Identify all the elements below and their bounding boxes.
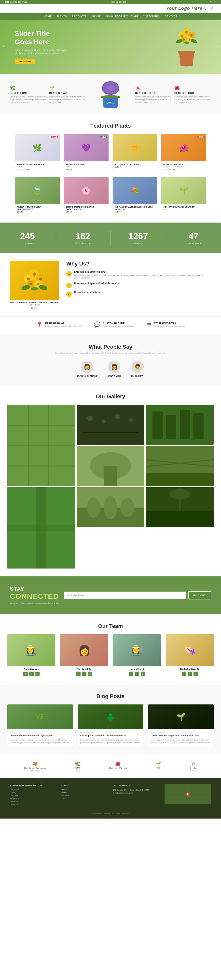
- svg-point-23: [37, 283, 39, 285]
- footer-link-team[interactable]: Our Team: [10, 794, 56, 797]
- partner-5-icon: ✿: [190, 761, 197, 767]
- hero-prev-arrow[interactable]: ‹: [2, 45, 4, 49]
- team-gp-3[interactable]: g+: [141, 671, 145, 676]
- team-fb-4[interactable]: f: [182, 671, 186, 676]
- product-card-5: 🍃 ABELIA X GRANDIFLORA 'KALEIDOSCOPE' $1…: [15, 177, 60, 215]
- team-name-2: Nicole Willis: [60, 668, 108, 671]
- testimonials-section: What People Say Lorem ipsum dolor sit am…: [0, 335, 221, 386]
- benefit-four: 🌺 BENEFIT FOUR Lorem ipsum dolor sit ame…: [175, 85, 211, 104]
- team-member-2: 👩 Nicole Willis f t g+: [60, 634, 108, 676]
- team-tw-4[interactable]: t: [187, 671, 192, 676]
- footer-link-products[interactable]: Products: [61, 794, 108, 797]
- product-subname-4: WHEELS OF WONDER ICE: [163, 166, 204, 168]
- newsletter-stay: STAY: [10, 586, 59, 592]
- footer-link-about2[interactable]: About: [61, 797, 108, 800]
- stat-number-3: 1267: [111, 231, 166, 242]
- why-title-3: Donec eleifend felis ac.: [74, 291, 101, 294]
- team-tw-2[interactable]: t: [82, 671, 86, 676]
- blog-img-2: 🌲: [78, 705, 143, 729]
- svg-rect-42: [180, 410, 190, 439]
- gallery-item-1: [7, 405, 75, 486]
- team-social-2: f t g+: [60, 671, 108, 676]
- blog-post-title-2: Lorem ipsum commodo vel in nam molestie.: [80, 734, 141, 737]
- blog-date-3: August 17, 2020: [151, 732, 211, 733]
- footer-link-plants[interactable]: Our Plants: [10, 789, 56, 791]
- team-gp-2[interactable]: g+: [88, 671, 92, 676]
- blog-post-title-3: Lorem dolor sit, sagittis vel dapibus vi…: [151, 734, 211, 737]
- why-us-dots: [10, 307, 59, 309]
- gallery-img-2: [77, 405, 144, 445]
- footer-link-home[interactable]: Home: [61, 789, 108, 791]
- gallery-item-2: [77, 405, 144, 445]
- why-us-content: Why Us? ★ Lorem ipsum dolor sit amet. Lo…: [66, 261, 211, 300]
- product-new-price-7: $14.97: [115, 211, 120, 213]
- team-fb-3[interactable]: f: [129, 671, 133, 676]
- product-price-3: $14.97: [115, 166, 155, 168]
- svg-point-8: [183, 38, 185, 40]
- stat-label-3: Plants: [111, 242, 166, 245]
- nav-customers[interactable]: CUSTOMERS: [143, 15, 160, 18]
- dot-3[interactable]: [36, 307, 38, 309]
- product-name-6: CISTUS CANADENSE 'GRASS SWEETHEARTS': [66, 206, 107, 210]
- team-fb-2[interactable]: f: [76, 671, 80, 676]
- product-badge-4: SALE: [197, 136, 205, 138]
- stat-1: 245 Delight!: [0, 231, 55, 245]
- cart-icon[interactable]: 🛒: [210, 6, 214, 11]
- search-icon[interactable]: 🔍: [202, 6, 207, 11]
- stat-4: 47 Top Plants: [166, 231, 221, 245]
- team-gp-4[interactable]: g+: [194, 671, 198, 676]
- hero-next-arrow[interactable]: ›: [217, 45, 219, 49]
- why-item-3: ✓ Donec eleifend felis ac.: [66, 291, 211, 297]
- nav-plants[interactable]: PLANTS: [56, 15, 67, 18]
- partner-1-sub: Hydrangea: [24, 770, 46, 772]
- blog-date-1: August 4, 2020: [10, 732, 70, 733]
- product-price-6: $14.49: [66, 211, 107, 213]
- svg-rect-53: [7, 525, 75, 531]
- hero-plant-image: [167, 27, 206, 67]
- partner-3: 🌺 Garden Debut: [109, 761, 127, 772]
- featured-section: Featured Plants 🌿 SALE AGAPANTHUS HEADBO…: [0, 123, 221, 223]
- stat-number-1: 245: [0, 231, 55, 242]
- newsletter-email-input[interactable]: [64, 592, 186, 599]
- stat-label-2: Trendsetters: [55, 242, 110, 245]
- footer-link-gallery[interactable]: Gallery: [10, 792, 56, 794]
- partner-3-icon: 🌺: [109, 761, 127, 767]
- why-text-2: Praesent volutpat nisi vel nulla volutpa…: [74, 282, 121, 285]
- product-card-7: 💐 HYDRANGEA MACROPHYLLA ENDLESS SMOOTHIE…: [112, 177, 158, 215]
- nav-knowledge[interactable]: KNOWLEDGE EXCHANGE: [105, 15, 138, 18]
- footer-link-plants2[interactable]: Plants: [61, 792, 108, 794]
- hydrangea-pot: EndlessSummer®: [103, 98, 118, 108]
- team-fb-1[interactable]: f: [23, 671, 28, 676]
- svg-rect-60: [146, 511, 214, 527]
- pot-label: EndlessSummer®: [107, 102, 114, 105]
- nav-about[interactable]: ABOUT: [91, 15, 101, 18]
- feature-favorites: ❤ STAFF FAVORITES Fusce posuere magna se…: [147, 321, 185, 328]
- testimonial-name-1: JOANNA SURNAME: [77, 375, 98, 377]
- nav-products[interactable]: PRODUCTS: [72, 15, 86, 18]
- stat-number-2: 182: [55, 231, 110, 242]
- team-tw-3[interactable]: t: [135, 671, 139, 676]
- newsletter-submit-button[interactable]: FIND OUT: [188, 591, 211, 600]
- product-price-8: $4.97: [163, 208, 204, 211]
- testimonials-row: 👩 JOANNA SURNAME 👩 JANE SMITH 👨 JOHN SMI…: [10, 361, 211, 377]
- svg-point-5: [181, 35, 183, 37]
- nav-contact[interactable]: CONTACT: [165, 15, 177, 18]
- nav-home[interactable]: HOME: [44, 15, 51, 18]
- why-text-3: Donec eleifend felis ac.: [74, 291, 101, 294]
- blog-title: Blog Posts: [7, 693, 214, 700]
- dot-1[interactable]: [31, 307, 33, 309]
- footer-link-blog[interactable]: Blog Posts: [10, 797, 56, 800]
- product-new-price-8: $4.97: [163, 208, 168, 211]
- footer-address: 123 Garden Street Green City, GC 12345 i…: [113, 789, 160, 794]
- dot-2[interactable]: [34, 307, 35, 309]
- stat-3: 1267 Plants: [111, 231, 166, 245]
- product-price-5: $14.49: [17, 211, 58, 213]
- why-title-1: Lorem ipsum dolor sit amet.: [74, 270, 211, 273]
- product-card-3: 🌼 ANTHEMIS 'PRETTY ANNE' $14.97: [112, 134, 158, 173]
- team-gp-1[interactable]: g+: [35, 671, 40, 676]
- team-tw-1[interactable]: t: [29, 671, 34, 676]
- shop-now-button[interactable]: SHOP NOW: [15, 59, 35, 64]
- footer-link-contact[interactable]: Contact Us: [10, 803, 56, 805]
- team-title: Our Team: [7, 623, 214, 629]
- footer-link-about[interactable]: About Us: [10, 800, 56, 803]
